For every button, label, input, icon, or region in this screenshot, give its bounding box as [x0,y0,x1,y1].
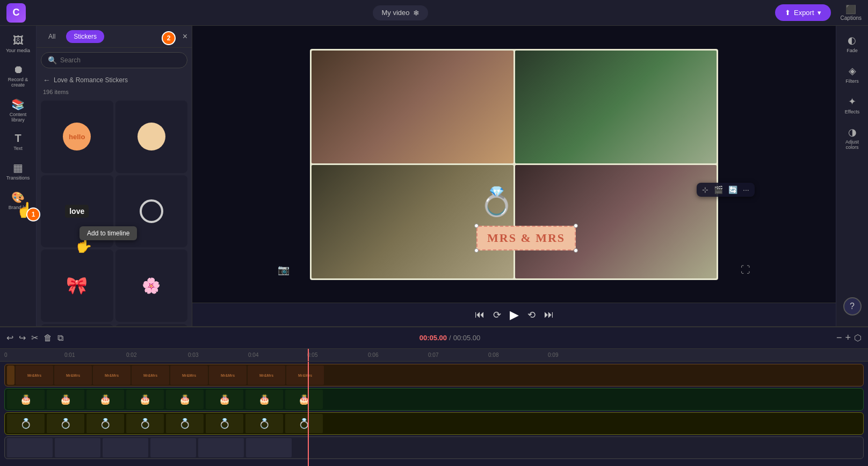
fade-icon: ◐ [848,34,856,46]
help-btn[interactable]: ? [843,297,862,316]
sticker-ring-circle-inner [140,199,163,223]
annotation-2: 2 [162,31,176,45]
record-icon: ⏺ [13,63,24,76]
right-tool-fade[interactable]: ◐ Fade [844,30,860,58]
sticker-item-cream[interactable] [115,101,188,173]
timeline-timestamp: 00:05.00 / 00:05.00 [419,334,481,342]
zoom-out-btn[interactable]: − [836,332,842,343]
sidebar-item-content-library[interactable]: 📚 Content library [2,94,35,127]
timeline-ruler: 0 0:01 0:02 0:03 0:04 0:05 0:06 0:07 0:0… [0,349,868,362]
preview-area: 💍 ⊹ 🎬 🔄 ··· MRS & MRS [192,26,836,303]
video-controls-bar: ⏮ ⟳ ▶ ⟲ ⏭ [192,303,836,326]
tab-stickers[interactable]: Stickers [66,30,104,43]
toolbar-more-icon[interactable]: ··· [743,185,749,194]
timeline: ↩ ↪ ✂ 🗑 ⧉ 00:05.00 / 00:05.00 − + ⬡ 0 0:… [0,326,868,466]
text-label: Text [13,146,23,152]
video-tab[interactable]: My video ❄ [373,5,428,20]
toolbar-media-icon[interactable]: 🎬 [714,185,723,194]
annotation-1: 1 [26,207,40,221]
skip-forward-btn[interactable]: ⏭ [544,309,554,320]
upload-icon: ⬆ [785,9,791,17]
filters-icon: ◈ [849,65,856,77]
delete-btn[interactable]: 🗑 [44,333,52,343]
ruler-mark-7: 0:07 [428,352,438,358]
collage-cell-3 [312,165,513,278]
fullscreen-btn[interactable]: ⛶ [741,264,750,276]
video-canvas: 💍 ⊹ 🎬 🔄 ··· MRS & MRS [310,49,718,280]
sidebar-item-text[interactable]: T Text [2,128,35,156]
ruler-mark-9: 0:09 [548,352,558,358]
sticker-bow-inner: 🎀 [66,275,88,296]
skip-back-btn[interactable]: ⏮ [475,309,484,320]
sticker-item-bow[interactable]: 🎀 [41,249,113,322]
effects-icon: ✦ [848,96,856,107]
track-main-video[interactable]: Mr&Mrs Mr&Mrs Mr&Mrs Mr&Mrs Mr&Mrs Mr&Mr… [4,364,864,386]
tab-close-button[interactable]: × [183,32,187,41]
breadcrumb-text: Love & Romance Stickers [54,76,128,84]
ruler-mark-0: 0 [4,352,8,358]
right-tool-filters[interactable]: ◈ Filters [843,61,861,88]
track-cake-sticker[interactable]: 🎂 🎂 🎂 🎂 🎂 🎂 🎂 🎂 [4,388,864,411]
ruler-mark-8: 0:08 [488,352,498,358]
search-input[interactable] [60,56,180,64]
right-tool-adjust[interactable]: ◑ Adjust colors [836,122,868,155]
ruler-mark-4: 0:04 [248,352,258,358]
captions-icon: ⬛ [845,4,856,15]
export-button[interactable]: ⬆ Export ▾ [775,4,831,21]
filters-label: Filters [845,78,859,84]
rewind-btn[interactable]: ⟳ [493,309,501,321]
ruler-mark-3: 0:03 [188,352,198,358]
fade-label: Fade [847,48,858,53]
captions-label: Captions [841,15,862,21]
tab-all[interactable]: All [41,30,63,43]
cut-btn[interactable]: ✂ [31,333,38,343]
sidebar-item-transitions[interactable]: ▦ Transitions [2,157,35,185]
sidebar-item-your-media[interactable]: 🖼 Your media [2,30,35,58]
sticker-cream-inner [138,123,165,150]
zoom-controls: − + ⬡ [836,332,862,343]
ruler-playhead[interactable] [308,349,309,361]
selection-handle-tr[interactable] [574,224,578,228]
ring-sticker-overlay[interactable]: 💍 [479,185,514,218]
item-count: 196 items [37,88,192,96]
duplicate-btn[interactable]: ⧉ [57,333,63,343]
left-sidebar: 🖼 Your media ⏺ Record & create 📚 Content… [0,26,37,326]
mrs-mrs-sticker[interactable]: MRS & MRS [476,226,576,250]
toolbar-crop-icon[interactable]: ⊹ [702,185,708,194]
play-btn[interactable]: ▶ [510,308,519,322]
collapse-timeline-btn[interactable]: ⬡ [854,333,862,343]
sticker-love-inner: love [65,205,89,218]
sticker-item-floral-birds[interactable]: 🌿 [115,324,188,327]
timeline-playhead-line[interactable] [308,362,309,466]
track-bottom[interactable] [4,436,864,459]
sticker-item-hello[interactable]: hello [41,101,113,173]
current-time: 00:05.00 [419,334,447,342]
sticker-snow-flower-inner: 🌸 [142,277,161,295]
collage-cell-2 [515,51,717,164]
forward-btn[interactable]: ⟲ [527,309,536,321]
selection-handle-tl[interactable] [474,224,479,228]
redo-btn[interactable]: ↪ [19,333,26,343]
search-box: 🔍 [41,52,187,68]
right-sidebar: ◐ Fade ◈ Filters ✦ Effects ◑ Adjust colo… [836,26,868,326]
transitions-icon: ▦ [13,161,23,174]
selection-handle-bl[interactable] [474,248,479,253]
screenshot-btn[interactable]: 📷 [278,264,290,276]
collage-cell-1 [312,51,513,164]
right-tool-effects[interactable]: ✦ Effects [843,91,862,119]
toolbar-loop-icon[interactable]: 🔄 [728,185,737,194]
undo-btn[interactable]: ↩ [6,333,13,343]
breadcrumb-back[interactable]: ← [43,76,50,84]
effects-label: Effects [845,109,859,114]
zoom-in-btn[interactable]: + [845,332,851,343]
selection-handle-br[interactable] [574,248,578,253]
sidebar-item-record[interactable]: ⏺ Record & create [2,59,35,92]
sticker-hello-inner: hello [63,123,91,150]
sticker-item-flowers[interactable]: 🌺 [41,324,113,327]
track-ring-sticker[interactable]: 💍 💍 💍 💍 💍 💍 💍 💍 [4,412,864,435]
sticker-item-snow-flower[interactable]: 🌸 [115,249,188,322]
mrs-mrs-text-element: MRS & MRS [476,226,576,250]
captions-button[interactable]: ⬛ Captions [841,4,862,21]
sticker-panel: All Stickers × 🔍 ← Love & Romance Sticke… [37,26,192,326]
transitions-label: Transitions [6,176,30,181]
